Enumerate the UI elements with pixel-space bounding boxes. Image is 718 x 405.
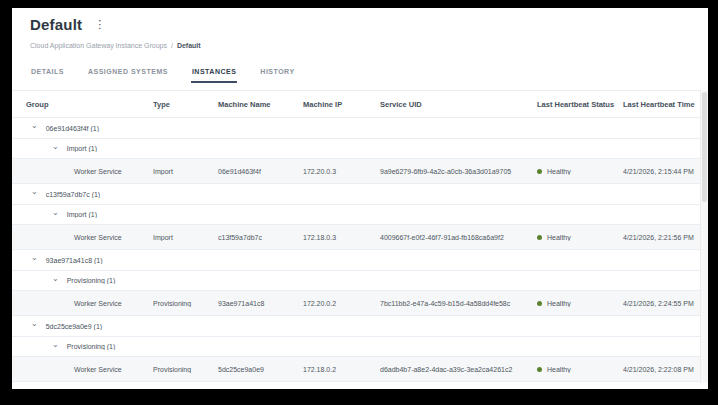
group-row[interactable]: ⌄06e91d463f4f (1) <box>12 118 700 139</box>
instance-name-cell: Worker Service <box>12 234 153 241</box>
heartbeat-time-cell: 4/21/2026, 2:21:56 PM <box>623 234 700 241</box>
status-label: Healthy <box>547 366 571 373</box>
group-name: ⌄06e91d463f4f (1) <box>12 125 153 132</box>
machine-name-cell: c13f59a7db7c <box>218 234 303 241</box>
machine-ip-cell: 172.20.0.3 <box>303 168 380 175</box>
column-header-machine-name: Machine Name <box>218 100 303 109</box>
status-label: Healthy <box>547 300 571 307</box>
column-header-type: Type <box>153 100 218 109</box>
breadcrumb-current: Default <box>177 42 201 49</box>
heartbeat-status-cell: Healthy <box>537 300 623 307</box>
column-header-last-heartbeat-status: Last Heartbeat Status <box>537 100 623 109</box>
instance-name-cell: Worker Service <box>12 366 153 373</box>
machine-name-cell: 5dc25ce9a0e9 <box>218 366 303 373</box>
column-header-service-uid: Service UID <box>380 100 537 109</box>
service-uid-cell: 9a9e6279-6fb9-4a2c-a0cb-36a3d01a9705 <box>380 168 537 175</box>
tab-details[interactable]: DETAILS <box>30 64 65 83</box>
instance-row[interactable]: Worker ServiceImport06e91d463f4f172.20.0… <box>12 159 700 184</box>
type-cell: Import <box>153 168 218 175</box>
machine-ip-cell: 172.20.0.2 <box>303 300 380 307</box>
tab-assigned-systems[interactable]: ASSIGNED SYSTEMS <box>87 64 169 83</box>
subgroup-name: ⌄Import (1) <box>12 211 153 218</box>
page-title: Default <box>30 16 82 33</box>
app-window: Default ⋮ Cloud Application Gateway Inst… <box>12 8 708 389</box>
heartbeat-time-cell: 4/21/2026, 2:22:08 PM <box>623 366 700 373</box>
subgroup-name: ⌄Import (1) <box>12 145 153 152</box>
status-healthy-icon <box>537 367 542 372</box>
heartbeat-status-cell: Healthy <box>537 168 623 175</box>
status-healthy-icon <box>537 169 542 174</box>
heartbeat-time-cell: 4/21/2026, 2:15:44 PM <box>623 168 700 175</box>
heartbeat-status-cell: Healthy <box>537 366 623 373</box>
column-header-machine-ip: Machine IP <box>303 100 380 109</box>
group-row[interactable]: ⌄c13f59a7db7c (1) <box>12 184 700 205</box>
group-name-label: 93ae971a41c8 (1) <box>46 257 103 264</box>
machine-name-cell: 93ae971a41c8 <box>218 300 303 307</box>
group-name-label: 06e91d463f4f (1) <box>46 125 99 132</box>
title-bar: Default ⋮ <box>30 16 107 33</box>
type-cell: Provisioning <box>153 366 218 373</box>
subgroup-row[interactable]: ⌄Provisioning (1) <box>12 337 700 357</box>
subgroup-name-label: Provisioning (1) <box>67 277 116 284</box>
kebab-menu-icon[interactable]: ⋮ <box>92 17 107 32</box>
group-row[interactable]: ⌄93ae971a41c8 (1) <box>12 250 700 271</box>
tab-instances[interactable]: INSTANCES <box>191 64 237 83</box>
breadcrumb-separator: / <box>171 42 173 49</box>
machine-ip-cell: 172.18.0.2 <box>303 366 380 373</box>
breadcrumb: Cloud Application Gateway Instance Group… <box>30 42 201 49</box>
table-body: ⌄06e91d463f4f (1)⌄Import (1)Worker Servi… <box>12 118 700 382</box>
subgroup-name: ⌄Provisioning (1) <box>12 277 153 284</box>
instance-row[interactable]: Worker ServiceProvisioning93ae971a41c817… <box>12 291 700 316</box>
table-header-row: GroupTypeMachine NameMachine IPService U… <box>12 90 700 118</box>
heartbeat-status-cell: Healthy <box>537 234 623 241</box>
group-name: ⌄c13f59a7db7c (1) <box>12 191 153 198</box>
instance-name-cell: Worker Service <box>12 300 153 307</box>
instance-row[interactable]: Worker ServiceImportc13f59a7db7c172.18.0… <box>12 225 700 250</box>
tab-bar: DETAILSASSIGNED SYSTEMSINSTANCESHISTORY <box>30 64 296 83</box>
group-name-label: 5dc25ce9a0e9 (1) <box>46 323 102 330</box>
service-uid-cell: 4009667f-e0f2-46f7-91ad-fb168ca6a9f2 <box>380 234 537 241</box>
instance-name-cell: Worker Service <box>12 168 153 175</box>
machine-ip-cell: 172.18.0.3 <box>303 234 380 241</box>
breadcrumb-parent[interactable]: Cloud Application Gateway Instance Group… <box>30 42 167 49</box>
column-header-group: Group <box>12 100 153 109</box>
subgroup-name-label: Import (1) <box>67 145 97 152</box>
vertical-scrollbar[interactable] <box>700 90 708 383</box>
service-uid-cell: 7bc11bb2-e47a-4c59-b15d-4a58dd4fe58c <box>380 300 537 307</box>
machine-name-cell: 06e91d463f4f <box>218 168 303 175</box>
status-healthy-icon <box>537 301 542 306</box>
status-label: Healthy <box>547 168 571 175</box>
heartbeat-time-cell: 4/21/2026, 2:24:55 PM <box>623 300 700 307</box>
service-uid-cell: d6adb4b7-a8e2-4dac-a39c-3ea2ca4261c2 <box>380 366 537 373</box>
status-healthy-icon <box>537 235 542 240</box>
type-cell: Provisioning <box>153 300 218 307</box>
subgroup-name: ⌄Provisioning (1) <box>12 343 153 350</box>
subgroup-name-label: Import (1) <box>67 211 97 218</box>
subgroup-row[interactable]: ⌄Provisioning (1) <box>12 271 700 291</box>
scrollbar-thumb[interactable] <box>702 92 707 202</box>
type-cell: Import <box>153 234 218 241</box>
group-name: ⌄93ae971a41c8 (1) <box>12 257 153 264</box>
subgroup-row[interactable]: ⌄Import (1) <box>12 205 700 225</box>
tab-history[interactable]: HISTORY <box>259 64 295 83</box>
group-row[interactable]: ⌄5dc25ce9a0e9 (1) <box>12 316 700 337</box>
status-label: Healthy <box>547 234 571 241</box>
group-name-label: c13f59a7db7c (1) <box>46 191 100 198</box>
column-header-last-heartbeat-time: Last Heartbeat Time <box>623 100 700 109</box>
instances-table: GroupTypeMachine NameMachine IPService U… <box>12 90 700 382</box>
group-name: ⌄5dc25ce9a0e9 (1) <box>12 323 153 330</box>
subgroup-row[interactable]: ⌄Import (1) <box>12 139 700 159</box>
subgroup-name-label: Provisioning (1) <box>67 343 116 350</box>
instance-row[interactable]: Worker ServiceProvisioning5dc25ce9a0e917… <box>12 357 700 382</box>
